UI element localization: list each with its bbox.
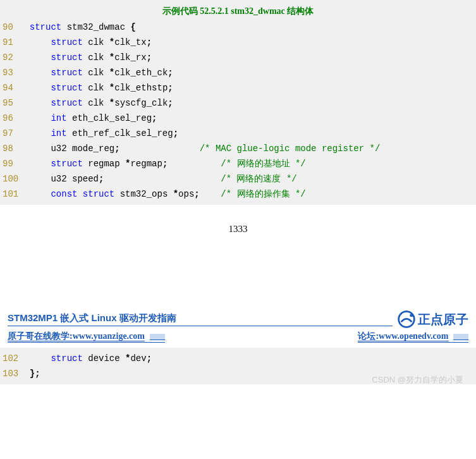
page-number: 1333 xyxy=(0,205,476,272)
line-number: 95 xyxy=(0,95,19,111)
code-content: struct clk *clk_eth_ck; xyxy=(19,65,476,80)
code-content: struct regmap *regmap; /* 网络的基地址 */ xyxy=(19,156,476,171)
line-number: 97 xyxy=(0,126,19,141)
code-line: 93 struct clk *clk_eth_ck; xyxy=(0,65,476,80)
code-line: 92 struct clk *clk_rx; xyxy=(0,50,476,65)
book-title: STM32MP1 嵌入式 Linux 驱动开发指南 xyxy=(8,312,393,326)
code-line: 98 u32 mode_reg; /* MAC glue-logic mode … xyxy=(0,141,476,156)
brand-logo: 正点原子 xyxy=(398,310,468,328)
line-number: 102 xyxy=(0,351,19,366)
code-content: struct clk *clk_ethstp; xyxy=(19,80,476,95)
svg-point-1 xyxy=(410,314,413,317)
code-line: 95 struct clk *syscfg_clk; xyxy=(0,95,476,111)
code-content: struct stm32_dwmac { xyxy=(19,20,476,35)
footer-link-left[interactable]: 原子哥在线教学:www.yuanzige.com xyxy=(8,331,165,343)
code-content: u32 speed; /* 网络的速度 */ xyxy=(19,171,476,187)
code-title: 示例代码 52.5.2.1 stm32_dwmac 结构体 xyxy=(0,3,476,20)
code-content: struct device *dev; xyxy=(19,351,476,366)
line-number: 101 xyxy=(0,187,19,202)
footer-links-row: 原子哥在线教学:www.yuanzige.com 论坛:www.openedv.… xyxy=(0,328,476,348)
footer-section: STM32MP1 嵌入式 Linux 驱动开发指南 正点原子 原子哥在线教学:w… xyxy=(0,310,476,348)
line-number: 99 xyxy=(0,156,19,171)
line-number: 91 xyxy=(0,35,19,50)
footer-link-right[interactable]: 论坛:www.openedv.com xyxy=(358,331,468,343)
code-line: 97 int eth_ref_clk_sel_reg; xyxy=(0,126,476,141)
brand-logo-text: 正点原子 xyxy=(418,311,468,328)
line-number: 92 xyxy=(0,50,19,65)
line-number: 93 xyxy=(0,65,19,80)
code-line: 91 struct clk *clk_tx; xyxy=(0,35,476,50)
code-block-top: 示例代码 52.5.2.1 stm32_dwmac 结构体 90 struct … xyxy=(0,0,476,205)
book-title-row: STM32MP1 嵌入式 Linux 驱动开发指南 正点原子 xyxy=(0,310,476,328)
code-line: 101 const struct stm32_ops *ops; /* 网络的操… xyxy=(0,187,476,202)
code-content: struct clk *clk_tx; xyxy=(19,35,476,50)
code-line: 100 u32 speed; /* 网络的速度 */ xyxy=(0,171,476,187)
code-content: struct clk *clk_rx; xyxy=(19,50,476,65)
code-content: u32 mode_reg; /* MAC glue-logic mode reg… xyxy=(19,141,476,156)
atom-logo-icon xyxy=(398,310,415,328)
code-lines-top: 90 struct stm32_dwmac {91 struct clk *cl… xyxy=(0,20,476,202)
line-number: 96 xyxy=(0,111,19,126)
code-line: 96 int eth_clk_sel_reg; xyxy=(0,111,476,126)
decor-bar-icon xyxy=(150,334,165,340)
code-line: 94 struct clk *clk_ethstp; xyxy=(0,80,476,95)
decor-bar-icon xyxy=(453,334,468,340)
line-number: 100 xyxy=(0,171,19,187)
code-content: struct clk *syscfg_clk; xyxy=(19,95,476,111)
code-line: 99 struct regmap *regmap; /* 网络的基地址 */ xyxy=(0,156,476,171)
code-line: 90 struct stm32_dwmac { xyxy=(0,20,476,35)
code-content: int eth_ref_clk_sel_reg; xyxy=(19,126,476,141)
line-number: 94 xyxy=(0,80,19,95)
line-number: 98 xyxy=(0,141,19,156)
line-number: 90 xyxy=(0,20,19,35)
code-line: 102 struct device *dev; xyxy=(0,351,476,366)
code-content: int eth_clk_sel_reg; xyxy=(19,111,476,126)
code-content: const struct stm32_ops *ops; /* 网络的操作集 *… xyxy=(19,187,476,202)
watermark-text: CSDN @努力自学的小夏 xyxy=(0,374,476,386)
